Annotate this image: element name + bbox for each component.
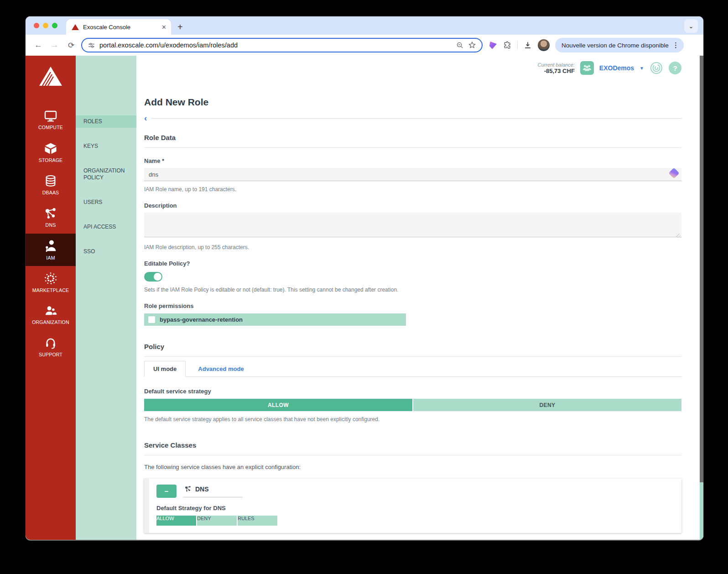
chrome-profile-avatar[interactable] <box>538 39 550 51</box>
editable-policy-label: Editable Policy? <box>144 260 681 267</box>
new-tab-button[interactable]: + <box>177 22 183 32</box>
chrome-update-pill[interactable]: Nouvelle version de Chrome disponible ⋮ <box>555 38 684 52</box>
subsidebar-item-sso[interactable]: SSO <box>76 245 136 258</box>
sidebar-item-dns[interactable]: DNS <box>26 201 76 234</box>
dns-icon <box>44 207 57 220</box>
policy-tabs: UI mode Advanced mode <box>144 361 681 377</box>
bookmark-star-icon[interactable] <box>468 41 476 49</box>
account-caret-icon[interactable]: ▼ <box>640 66 644 71</box>
name-help-text: IAM Role name, up to 191 characters. <box>144 186 681 193</box>
extension-badge: 2 <box>498 47 500 52</box>
iam-sub-sidebar: ROLES KEYS ORGANIZATION POLICY USERS API… <box>76 56 136 540</box>
dbaas-icon <box>44 175 57 188</box>
default-strategy-segment: ALLOW DENY <box>144 399 681 411</box>
browser-window: Exoscale Console ✕ + ⌄ ← → ⟳ portal.exos… <box>26 16 703 540</box>
strategy-allow-button[interactable]: ALLOW <box>144 399 412 411</box>
exoscale-favicon-icon <box>72 24 79 30</box>
iam-icon <box>44 239 57 253</box>
back-button[interactable]: ← <box>32 41 45 50</box>
sidebar-item-compute[interactable]: COMPUTE <box>26 104 76 136</box>
extension-gradient-icon[interactable]: 2 <box>489 41 497 49</box>
site-settings-icon[interactable] <box>88 42 95 49</box>
forward-button[interactable]: → <box>48 41 61 50</box>
sidebar-item-storage[interactable]: STORAGE <box>26 136 76 169</box>
tab-strip: Exoscale Console ✕ + ⌄ <box>26 16 703 35</box>
service-classes-intro: The following service classes have an ex… <box>144 464 681 470</box>
maximize-window-button[interactable] <box>52 23 57 28</box>
zoom-icon[interactable] <box>456 42 464 49</box>
description-textarea[interactable] <box>144 213 681 237</box>
primary-sidebar: COMPUTE STORAGE <box>26 56 76 540</box>
remove-service-class-button[interactable]: − <box>156 485 177 498</box>
strategy-help-text: The default service strategy applies to … <box>144 416 681 423</box>
name-input[interactable] <box>144 168 681 181</box>
help-icon[interactable]: ? <box>669 62 681 74</box>
default-service-strategy-label: Default service strategy <box>144 388 681 395</box>
organization-icon <box>44 304 57 317</box>
permission-name: bypass-governance-retention <box>160 316 243 323</box>
window-controls <box>34 23 57 28</box>
subsidebar-item-api-access[interactable]: API ACCESS <box>76 221 136 233</box>
subsidebar-item-roles[interactable]: ROLES <box>76 115 136 128</box>
balance-value: -85,73 CHF <box>538 68 575 74</box>
main-content: Current balance: -85,73 CHF EXODemos ▼ <box>136 56 703 540</box>
scrollbar-thumb[interactable] <box>700 56 703 482</box>
divider <box>144 455 681 455</box>
sidebar-item-support[interactable]: SUPPORT <box>26 331 76 363</box>
toolbar-divider <box>517 41 518 49</box>
tab-title: Exoscale Console <box>83 24 157 31</box>
dns-strategy-label: Default Strategy for DNS <box>156 505 674 511</box>
role-data-heading: Role Data <box>144 134 681 141</box>
reload-button[interactable]: ⟳ <box>65 41 78 50</box>
extensions-puzzle-icon[interactable] <box>503 41 512 50</box>
strategy-deny-button[interactable]: DENY <box>413 399 681 411</box>
update-pill-label: Nouvelle version de Chrome disponible <box>562 42 669 49</box>
browser-toolbar: ← → ⟳ portal.exoscale.com/u/exodemos/iam… <box>26 35 703 56</box>
divider <box>144 147 681 148</box>
permission-checkbox[interactable] <box>148 316 155 323</box>
tab-advanced-mode[interactable]: Advanced mode <box>189 361 252 376</box>
organization-avatar[interactable] <box>580 61 594 75</box>
sidebar-item-organization[interactable]: ORGANIZATION <box>26 298 76 331</box>
sidebar-item-iam[interactable]: IAM <box>26 234 76 266</box>
sidebar-item-dbaas[interactable]: DBAAS <box>26 169 76 201</box>
balance-block: Current balance: -85,73 CHF <box>538 62 575 74</box>
dns-deny-button[interactable]: DENY <box>197 516 237 526</box>
chrome-menu-icon[interactable]: ⋮ <box>672 41 679 49</box>
marketplace-icon <box>44 271 57 285</box>
app-body: COMPUTE STORAGE <box>26 56 703 540</box>
back-chevron-icon[interactable]: ‹ <box>144 115 147 121</box>
dns-allow-button[interactable]: ALLOW <box>156 516 196 526</box>
subsidebar-item-users[interactable]: USERS <box>76 196 136 209</box>
description-help-text: IAM Role description, up to 255 characte… <box>144 244 681 250</box>
browser-tab[interactable]: Exoscale Console ✕ <box>66 19 171 35</box>
account-header: Current balance: -85,73 CHF EXODemos ▼ <box>144 60 681 76</box>
account-name[interactable]: EXODemos <box>599 64 634 72</box>
tab-search-button[interactable]: ⌄ <box>684 19 698 33</box>
dns-rules-button[interactable]: RULES <box>238 516 277 526</box>
url-bar[interactable]: portal.exoscale.com/u/exodemos/iam/roles… <box>81 38 483 52</box>
download-icon[interactable] <box>523 41 532 50</box>
resize-grip-icon[interactable] <box>676 234 681 238</box>
storage-icon <box>44 142 57 155</box>
sidebar-item-marketplace[interactable]: MARKETPLACE <box>26 266 76 298</box>
editable-policy-toggle[interactable] <box>144 272 162 282</box>
tab-close-icon[interactable]: ✕ <box>161 24 166 31</box>
back-row: ‹ <box>144 115 681 121</box>
subsidebar-item-keys[interactable]: KEYS <box>76 140 136 152</box>
broadcast-icon[interactable] <box>650 61 663 75</box>
tab-ui-mode[interactable]: UI mode <box>144 361 186 377</box>
minimize-window-button[interactable] <box>43 23 48 28</box>
service-classes-heading: Service Classes <box>144 441 681 449</box>
scrollbar-track-teal <box>700 482 703 540</box>
toolbar-icons: 2 Nouvelle version de Chrome disponible … <box>489 38 684 52</box>
support-icon <box>44 337 57 350</box>
permission-row: bypass-governance-retention <box>144 313 406 326</box>
exoscale-logo[interactable] <box>38 66 63 89</box>
subsidebar-item-organization-policy[interactable]: ORGANIZATION POLICY <box>76 165 136 184</box>
dns-service-icon <box>184 485 192 492</box>
service-class-name: DNS <box>183 485 243 497</box>
policy-heading: Policy <box>144 343 681 350</box>
close-window-button[interactable] <box>34 23 39 28</box>
url-text[interactable]: portal.exoscale.com/u/exodemos/iam/roles… <box>99 42 452 49</box>
